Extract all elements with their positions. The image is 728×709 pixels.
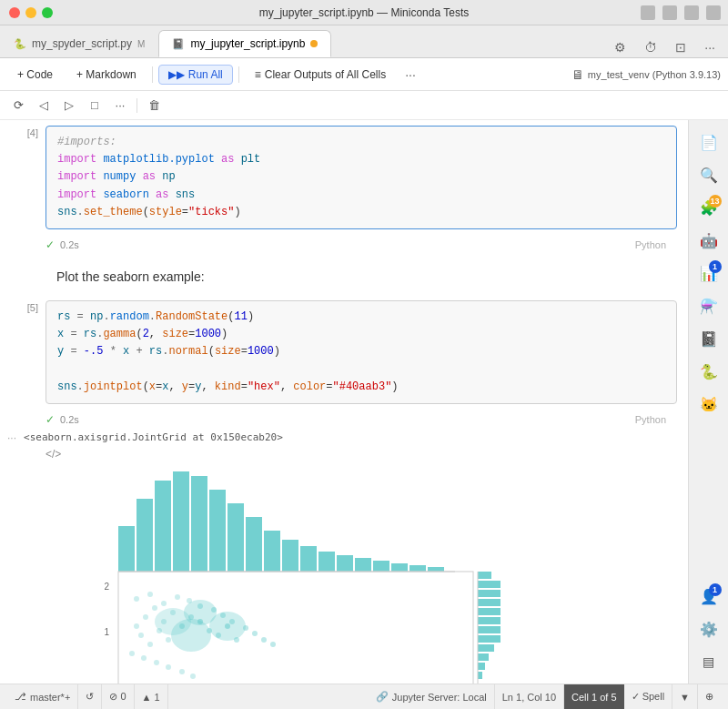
svg-rect-72: [478, 672, 482, 679]
sidebar-github-icon[interactable]: 🐱: [694, 390, 723, 419]
sidebar-python-icon[interactable]: 🐍: [694, 357, 723, 386]
sidebar-gear-icon[interactable]: ⚙️: [694, 614, 723, 643]
environment-label[interactable]: 🖥 my_test_venv (Python 3.9.13): [571, 67, 721, 82]
layout-icon-1[interactable]: [641, 5, 655, 20]
svg-rect-66: [478, 617, 500, 624]
svg-point-55: [179, 669, 185, 674]
restart-button[interactable]: ⟳: [7, 95, 29, 116]
cell-4-output: ✓ 0.2s Python: [0, 235, 688, 255]
svg-rect-62: [478, 581, 500, 588]
top-histogram: [118, 471, 455, 572]
cell-toolbar: ⟳ ◁ ▷ □ ··· 🗑: [0, 91, 728, 120]
cell-4-code: #imports: import matplotlib.pyplot as pl…: [46, 127, 676, 228]
tab-jupyter-label: my_jupyter_script.ipynb: [190, 37, 305, 50]
layout-icon-4[interactable]: [706, 5, 721, 20]
delete-cell-button[interactable]: 🗑: [143, 95, 165, 116]
cell-5-time: 0.2s: [60, 414, 79, 425]
tab-spyder[interactable]: 🐍 my_spyder_script.py M: [0, 30, 158, 57]
spell-label: ✓ Spell: [632, 691, 665, 703]
env-icon: 🖥: [571, 67, 584, 82]
notebook-area: [4] #imports: import matplotlib.pyplot a…: [0, 120, 688, 684]
run-before-button[interactable]: ◁: [33, 95, 55, 116]
markdown-text: Plot the seaborn example:: [56, 269, 205, 284]
gear-icon: ⚙️: [700, 621, 718, 638]
more-icon[interactable]: ···: [699, 37, 721, 57]
cell-5-output: ✓ 0.2s Python: [0, 410, 688, 430]
warnings-item[interactable]: ▲ 1: [135, 684, 168, 709]
sidebar-panel-icon[interactable]: ▤: [694, 647, 723, 676]
main-hex-plot: 2 1: [104, 572, 473, 684]
extensions-badge: 13: [709, 195, 722, 208]
cell-5-gutter: [5]: [0, 295, 46, 410]
clear-outputs-button[interactable]: ≡ Clear Outputs of All Cells: [245, 65, 396, 85]
sidebar-extensions-icon[interactable]: 🧩 13: [694, 193, 723, 222]
sidebar-files-icon[interactable]: 📄: [694, 127, 723, 157]
right-sidebar: 📄 🔍 🧩 13 🤖 📊 1 ⚗️ 📓 🐍 🐱 👤: [688, 120, 728, 684]
sidebar-flask-icon[interactable]: ⚗️: [694, 291, 723, 320]
toolbar-separator-2: [238, 66, 239, 83]
run-all-label: Run All: [188, 68, 223, 81]
mode-item[interactable]: ▼: [672, 684, 698, 709]
refresh-item[interactable]: ↺: [78, 684, 102, 709]
warnings-label: ▲ 1: [142, 692, 160, 703]
history-icon[interactable]: ⏱: [639, 37, 662, 57]
github-icon: 🐱: [700, 396, 718, 413]
svg-rect-1: [136, 499, 153, 572]
tab-jupyter[interactable]: 📓 my_jupyter_script.ipynb: [158, 30, 331, 57]
svg-rect-15: [391, 563, 408, 572]
layout-icon-3[interactable]: [684, 5, 699, 20]
svg-rect-9: [282, 540, 298, 572]
close-button[interactable]: [9, 7, 20, 18]
svg-rect-69: [478, 644, 494, 652]
cell-count-label: Cell 1 of 5: [571, 692, 617, 703]
spell-item[interactable]: ✓ Spell: [624, 684, 673, 709]
maximize-button[interactable]: [42, 7, 53, 18]
svg-point-22: [134, 623, 139, 629]
notebook-icon: 📓: [700, 330, 718, 348]
svg-point-38: [134, 596, 139, 602]
settings-icon[interactable]: ⚙: [609, 37, 632, 57]
minimize-button[interactable]: [25, 7, 36, 18]
cursor-label: Ln 1, Col 10: [502, 692, 556, 703]
run-all-wrapper: ▶▶ Run All: [158, 65, 233, 85]
branch-item[interactable]: ⎇ master*+: [7, 684, 78, 709]
server-item[interactable]: 🔗 Jupyter Server: Local: [369, 684, 495, 709]
toolbar-more-button[interactable]: ···: [399, 65, 421, 85]
errors-label: ⊘ 0: [109, 691, 126, 703]
split-icon[interactable]: ⊡: [670, 37, 692, 57]
search-icon: 🔍: [700, 167, 718, 184]
svg-point-24: [138, 633, 144, 638]
svg-rect-71: [478, 663, 485, 670]
svg-rect-68: [478, 635, 500, 643]
add-markdown-button[interactable]: + Markdown: [66, 65, 147, 85]
svg-point-25: [152, 605, 157, 611]
titlebar: my_jupyter_script.ipynb — Miniconda Test…: [0, 0, 728, 25]
sidebar-table-icon[interactable]: 📊 1: [694, 258, 723, 288]
cell-5-check: ✓: [46, 413, 55, 426]
run-current-button[interactable]: ▷: [58, 95, 80, 116]
svg-rect-12: [337, 555, 353, 572]
cell-5-content[interactable]: rs = np.random.RandomState(11) x = rs.ga…: [46, 300, 677, 404]
right-histogram: [478, 572, 500, 684]
run-all-cells-button[interactable]: □: [84, 95, 106, 116]
sidebar-search-icon[interactable]: 🔍: [694, 160, 723, 189]
cell-4-lang: Python: [635, 239, 666, 250]
svg-rect-14: [373, 561, 389, 572]
cell-5-lang: Python: [635, 414, 666, 425]
code-cell-4: [4] #imports: import matplotlib.pyplot a…: [0, 120, 688, 255]
run-all-button[interactable]: ▶▶ Run All: [158, 65, 233, 85]
seaborn-jointplot: 2 1: [46, 462, 500, 684]
cell-4-check: ✓: [46, 238, 55, 251]
svg-point-23: [143, 614, 148, 620]
sidebar-person-icon[interactable]: 👤 1: [694, 582, 723, 611]
zoom-item[interactable]: ⊕: [698, 684, 721, 709]
table-badge: 1: [709, 260, 722, 273]
more-cell-button[interactable]: ···: [109, 95, 131, 116]
layout-icon-2[interactable]: [662, 5, 677, 20]
cell-4-content[interactable]: #imports: import matplotlib.pyplot as pl…: [46, 126, 677, 229]
errors-item[interactable]: ⊘ 0: [102, 684, 134, 709]
sidebar-robot-icon[interactable]: 🤖: [694, 226, 723, 255]
sidebar-notebook-icon[interactable]: 📓: [694, 324, 723, 353]
add-code-button[interactable]: + Code: [7, 65, 63, 85]
tab-spyder-label: my_spyder_script.py: [32, 37, 132, 50]
